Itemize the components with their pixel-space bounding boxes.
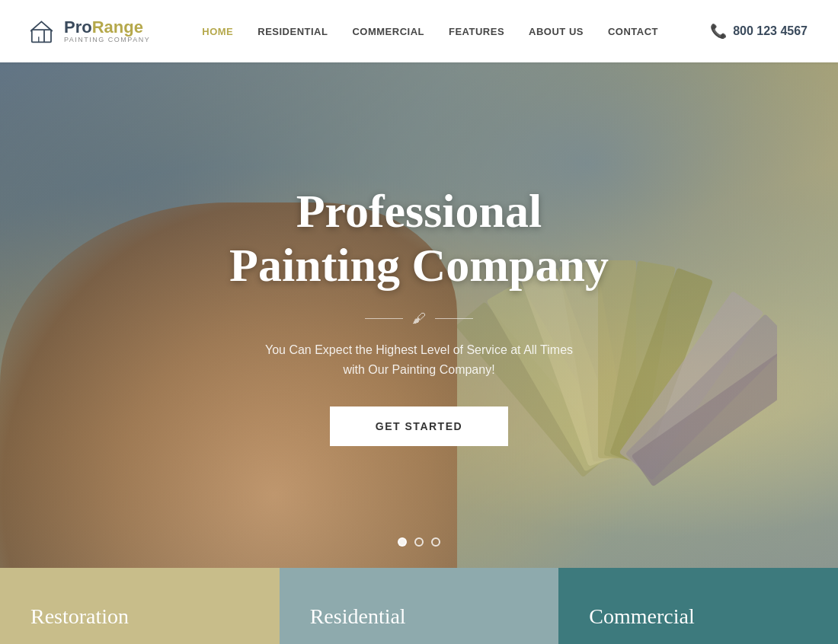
carousel-dot-2[interactable] bbox=[414, 537, 424, 547]
hero-divider: 🖌 bbox=[229, 311, 609, 327]
phone-number: 800 123 4567 bbox=[733, 24, 808, 38]
carousel-dots bbox=[398, 537, 440, 547]
nav-link-home[interactable]: HOME bbox=[202, 26, 233, 37]
nav-item-commercial[interactable]: COMMERCIAL bbox=[352, 24, 424, 38]
paint-roller-icon: 🖌 bbox=[412, 311, 426, 327]
card-residential[interactable]: Residential bbox=[280, 568, 559, 644]
hero-title: Professional Painting Company bbox=[229, 184, 609, 293]
hero-title-line1: Professional bbox=[296, 185, 542, 237]
phone-icon: 📞 bbox=[710, 23, 727, 40]
hero-subtitle: You Can Expect the Highest Level of Serv… bbox=[229, 340, 609, 379]
nav-link-features[interactable]: FEATURES bbox=[449, 26, 504, 37]
hero-content: Professional Painting Company 🖌 You Can … bbox=[214, 184, 624, 447]
divider-line-right bbox=[435, 318, 473, 319]
hero-subtitle-line1: You Can Expect the Highest Level of Serv… bbox=[265, 343, 573, 356]
logo-sub: PAINTING COMPANY bbox=[64, 37, 150, 44]
card-commercial-label: Commercial bbox=[589, 604, 694, 629]
nav-phone[interactable]: 📞 800 123 4567 bbox=[710, 23, 808, 40]
nav-link-residential[interactable]: RESIDENTIAL bbox=[257, 26, 328, 37]
carousel-dot-1[interactable] bbox=[398, 537, 407, 547]
card-commercial[interactable]: Commercial bbox=[558, 568, 838, 644]
hero-title-line2: Painting Company bbox=[229, 239, 609, 291]
card-restoration[interactable]: Restoration bbox=[0, 568, 280, 644]
nav-item-residential[interactable]: RESIDENTIAL bbox=[257, 24, 328, 38]
card-restoration-label: Restoration bbox=[30, 604, 129, 629]
divider-line-left bbox=[365, 318, 403, 319]
navbar: ProRange PAINTING COMPANY HOME RESIDENTI… bbox=[0, 0, 838, 62]
logo-text: ProRange PAINTING COMPANY bbox=[64, 18, 150, 44]
nav-link-about[interactable]: ABOUT US bbox=[529, 26, 584, 37]
nav-link-commercial[interactable]: COMMERCIAL bbox=[352, 26, 424, 37]
hero-section: Professional Painting Company 🖌 You Can … bbox=[0, 62, 838, 568]
hero-subtitle-line2: with Our Painting Company! bbox=[343, 363, 494, 376]
logo-icon bbox=[30, 18, 58, 45]
nav-item-features[interactable]: FEATURES bbox=[449, 24, 504, 38]
nav-item-contact[interactable]: CONTACT bbox=[608, 24, 658, 38]
logo[interactable]: ProRange PAINTING COMPANY bbox=[30, 18, 150, 45]
nav-links: HOME RESIDENTIAL COMMERCIAL FEATURES ABO… bbox=[202, 24, 658, 38]
nav-item-about[interactable]: ABOUT US bbox=[529, 24, 584, 38]
carousel-dot-3[interactable] bbox=[431, 537, 440, 547]
logo-range: Range bbox=[92, 18, 143, 37]
logo-pro: Pro bbox=[64, 18, 92, 37]
nav-link-contact[interactable]: CONTACT bbox=[608, 26, 658, 37]
card-residential-label: Residential bbox=[310, 604, 406, 629]
get-started-button[interactable]: GET STARTED bbox=[330, 406, 508, 446]
svg-rect-0 bbox=[32, 30, 51, 42]
bottom-cards: Restoration Residential Commercial bbox=[0, 568, 838, 644]
nav-item-home[interactable]: HOME bbox=[202, 24, 233, 38]
